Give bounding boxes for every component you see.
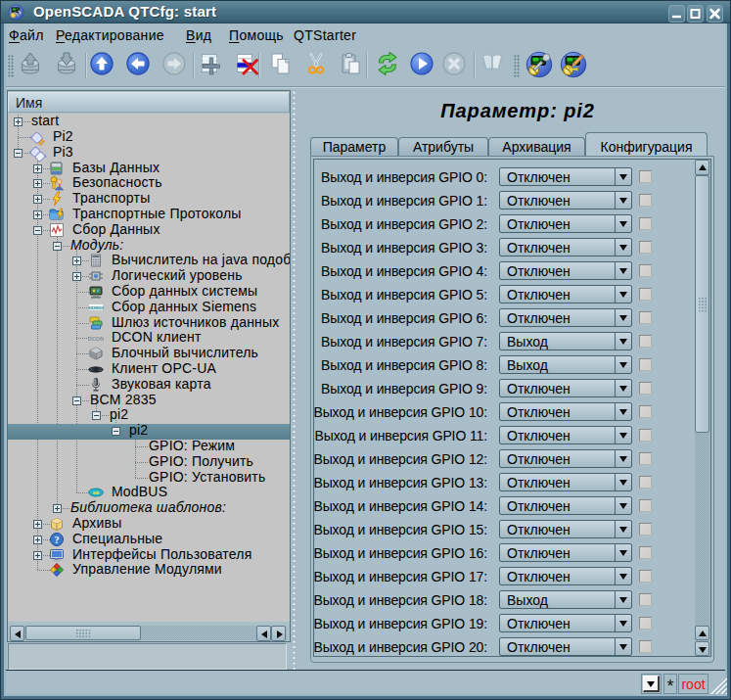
svg-text:?: ?	[55, 535, 60, 545]
svg-text:DCON: DCON	[88, 336, 104, 342]
svg-text:MB: MB	[93, 490, 99, 495]
svg-text:SIEMENS: SIEMENS	[88, 306, 104, 310]
